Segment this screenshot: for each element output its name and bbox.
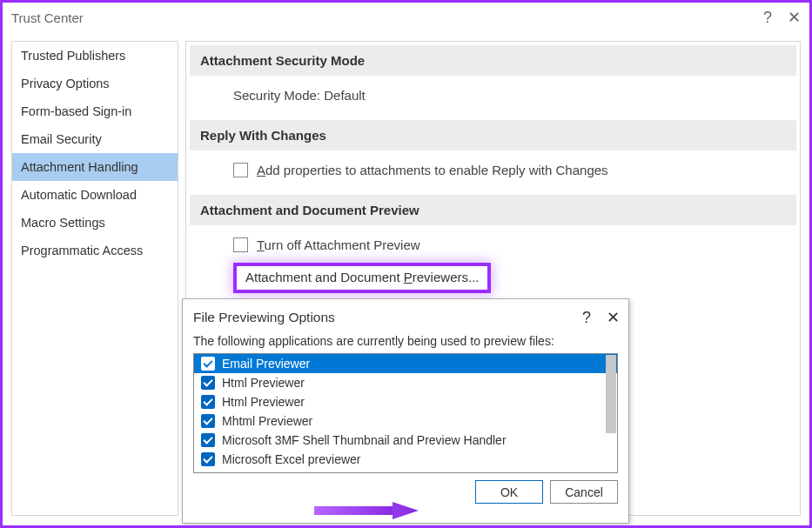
sidebar-item-attachment-handling[interactable]: Attachment Handling [12, 153, 178, 181]
checkbox-checked-icon[interactable] [201, 395, 215, 409]
turn-off-preview-checkbox[interactable] [233, 237, 248, 252]
ok-button[interactable]: OK [475, 480, 543, 504]
dialog-help-icon[interactable]: ? [582, 309, 591, 327]
dialog-title: File Previewing Options [193, 310, 335, 325]
checkbox-checked-icon[interactable] [201, 376, 215, 390]
add-properties-checkbox[interactable] [233, 163, 248, 177]
add-properties-label: Add properties to attachments to enable … [257, 163, 608, 177]
sidebar-item-privacy-options[interactable]: Privacy Options [12, 70, 178, 97]
cancel-button[interactable]: Cancel [550, 480, 618, 504]
titlebar: Trust Center ? ✕ [3, 3, 809, 32]
list-item[interactable]: Html Previewer [194, 373, 617, 392]
sidebar-item-form-signin[interactable]: Form-based Sign-in [12, 97, 178, 125]
list-item[interactable]: Microsoft 3MF Shell Thumbnail and Previe… [194, 431, 617, 450]
scrollbar[interactable] [606, 355, 616, 433]
section-reply-changes: Reply With Changes [190, 120, 796, 150]
sidebar-item-trusted-publishers[interactable]: Trusted Publishers [12, 42, 178, 70]
list-item[interactable]: Mhtml Previewer [194, 411, 617, 431]
checkbox-checked-icon[interactable] [201, 414, 215, 428]
previewers-button[interactable]: Attachment and Document Previewers... [233, 263, 491, 293]
section-attachment-preview: Attachment and Document Preview [190, 195, 796, 225]
trust-center-window: Trust Center ? ✕ Trusted Publishers Priv… [0, 0, 812, 528]
section-attachment-security: Attachment Security Mode [190, 45, 796, 76]
close-icon[interactable]: ✕ [788, 8, 801, 27]
sidebar-item-macro-settings[interactable]: Macro Settings [12, 209, 178, 237]
checkbox-checked-icon[interactable] [201, 433, 215, 447]
file-previewing-dialog: File Previewing Options ? ✕ The followin… [182, 298, 629, 524]
turn-off-preview-label: Turn off Attachment Preview [257, 237, 420, 252]
sidebar: Trusted Publishers Privacy Options Form-… [11, 41, 178, 516]
list-item[interactable]: Html Previewer [194, 392, 617, 411]
checkbox-checked-icon[interactable] [201, 357, 215, 371]
help-icon[interactable]: ? [763, 9, 772, 27]
security-mode-value: Security Mode: Default [190, 88, 796, 120]
sidebar-item-email-security[interactable]: Email Security [12, 125, 178, 153]
checkbox-checked-icon[interactable] [201, 452, 215, 466]
dialog-close-icon[interactable]: ✕ [607, 308, 620, 327]
previewers-listbox[interactable]: Email Previewer Html Previewer Html Prev… [193, 353, 618, 473]
list-item[interactable]: Email Previewer [194, 354, 617, 373]
list-item[interactable]: Microsoft Excel previewer [194, 450, 617, 469]
sidebar-item-automatic-download[interactable]: Automatic Download [12, 181, 178, 209]
sidebar-item-programmatic-access[interactable]: Programmatic Access [12, 237, 178, 264]
window-title: Trust Center [11, 10, 84, 25]
dialog-description: The following applications are currently… [183, 334, 628, 353]
